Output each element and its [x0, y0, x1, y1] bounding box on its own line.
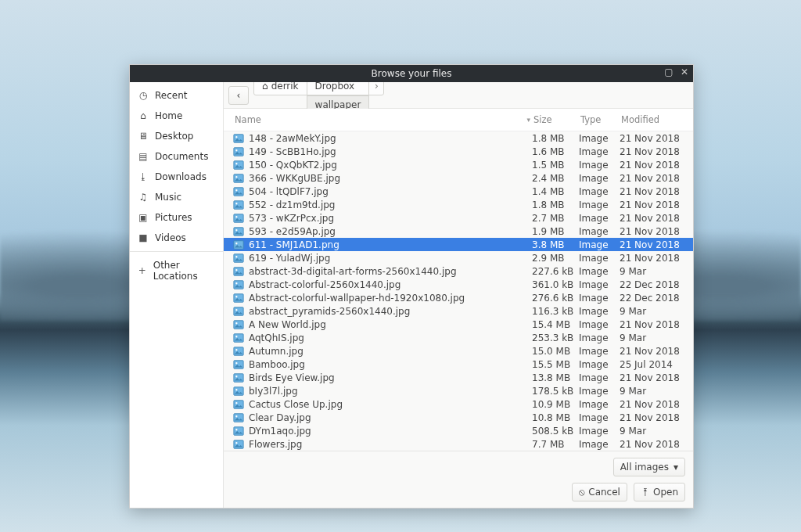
file-size: 7.7 MB: [532, 439, 579, 450]
svg-point-43: [235, 415, 237, 417]
sidebar: ◷Recent⌂Home🖥Desktop▤Documents⭳Downloads…: [130, 82, 224, 508]
file-row[interactable]: AqtQhIS.jpg253.3 kBImage9 Mar: [224, 331, 693, 344]
image-file-icon: [233, 186, 244, 197]
file-type: Image: [579, 160, 620, 171]
image-file-icon: [233, 213, 244, 224]
maximize-button[interactable]: ▢: [663, 66, 674, 77]
file-row[interactable]: 552 - dz1m9td.jpg1.8 MBImage21 Nov 2018: [224, 198, 693, 211]
file-size: 1.4 MB: [532, 186, 579, 197]
file-type-filter[interactable]: All images ▾: [613, 458, 685, 476]
sidebar-item-label: Pictures: [155, 212, 192, 223]
sidebar-item-pictures[interactable]: ▣Pictures: [130, 207, 223, 228]
header-type[interactable]: Type: [579, 111, 620, 128]
sidebar-item-recent[interactable]: ◷Recent: [130, 85, 223, 106]
file-row[interactable]: Abstract-colorful-2560x1440.jpg361.0 kBI…: [224, 278, 693, 291]
svg-point-47: [235, 442, 237, 444]
file-size: 1.8 MB: [532, 200, 579, 210]
download-icon: ⭳: [138, 171, 149, 182]
file-row[interactable]: Abstract-colorful-wallpaper-hd-1920x1080…: [224, 291, 693, 304]
file-modified: 21 Nov 2018: [620, 173, 685, 184]
file-row[interactable]: DYm1aqo.jpg508.5 kBImage9 Mar: [224, 424, 693, 437]
svg-rect-2: [234, 147, 243, 156]
file-row[interactable]: A New World.jpg15.4 MBImage21 Nov 2018: [224, 318, 693, 331]
file-row[interactable]: Birds Eye View.jpg13.8 MBImage21 Nov 201…: [224, 371, 693, 384]
file-type: Image: [579, 186, 620, 197]
file-row[interactable]: abstract-3d-digital-art-forms-2560x1440.…: [224, 264, 693, 278]
svg-rect-32: [234, 347, 243, 355]
path-toolbar: ‹ ⌂ derrik Dropboxwallpaper ›: [224, 82, 693, 109]
sidebar-item-label: Desktop: [155, 131, 194, 142]
file-row[interactable]: Clear Day.jpg10.8 MBImage21 Nov 2018: [224, 411, 693, 424]
header-modified[interactable]: Modified: [620, 111, 685, 128]
open-button[interactable]: ⭱ Open: [634, 483, 685, 501]
svg-rect-24: [234, 293, 243, 302]
svg-rect-4: [234, 160, 243, 169]
image-file-icon: [233, 439, 244, 450]
cancel-button[interactable]: ⦸ Cancel: [572, 483, 627, 501]
file-type: Image: [579, 279, 620, 290]
sidebar-item-documents[interactable]: ▤Documents: [130, 146, 223, 167]
svg-point-17: [235, 243, 237, 244]
image-file-icon: [233, 133, 244, 144]
titlebar[interactable]: Browse your files ▢ ✕: [130, 65, 693, 82]
file-row[interactable]: Bamboo.jpg15.5 MBImage25 Jul 2014: [224, 358, 693, 371]
image-file-icon: [233, 160, 244, 171]
file-row[interactable]: 150 - QxQbKT2.jpg1.5 MBImage21 Nov 2018: [224, 158, 693, 171]
file-size: 116.3 kB: [532, 306, 579, 317]
sidebar-item-desktop[interactable]: 🖥Desktop: [130, 126, 223, 146]
file-modified: 9 Mar: [620, 426, 685, 437]
sidebar-item-downloads[interactable]: ⭳Downloads: [130, 167, 223, 187]
file-row[interactable]: 148 - 2awMekY.jpg1.8 MBImage21 Nov 2018: [224, 131, 693, 145]
image-file-icon: [233, 226, 244, 237]
file-modified: 21 Nov 2018: [620, 213, 685, 224]
svg-rect-38: [234, 386, 243, 395]
file-name: 593 - e2d59Ap.jpg: [249, 226, 336, 237]
file-row[interactable]: Autumn.jpg15.0 MBImage21 Nov 2018: [224, 344, 693, 358]
header-size[interactable]: Size: [532, 111, 579, 128]
file-type: Image: [579, 213, 620, 224]
file-name: 573 - wKZrPcx.jpg: [249, 213, 334, 224]
svg-point-9: [235, 189, 237, 191]
file-type: Image: [579, 133, 620, 144]
svg-rect-12: [234, 214, 243, 222]
sidebar-item-home[interactable]: ⌂Home: [130, 106, 223, 126]
document-icon: ▤: [138, 151, 149, 162]
file-size: 15.4 MB: [532, 319, 579, 330]
svg-rect-16: [234, 240, 243, 249]
sidebar-item-music[interactable]: ♫Music: [130, 187, 223, 207]
header-name[interactable]: Name ▾: [233, 111, 532, 128]
close-button[interactable]: ✕: [679, 66, 690, 77]
svg-point-39: [235, 389, 237, 390]
svg-rect-18: [234, 253, 243, 262]
file-row[interactable]: 611 - SMJ1AD1.png3.8 MBImage21 Nov 2018: [224, 238, 693, 251]
file-size: 15.0 MB: [532, 346, 579, 357]
file-row[interactable]: abstract_pyramids-2560x1440.jpg116.3 kBI…: [224, 304, 693, 318]
sidebar-item-label: Documents: [155, 151, 208, 162]
file-row[interactable]: 504 - ltQDlF7.jpg1.4 MBImage21 Nov 2018: [224, 185, 693, 198]
sidebar-other-locations[interactable]: + Other Locations: [130, 255, 223, 286]
file-row[interactable]: bIy3l7l.jpg178.5 kBImage9 Mar: [224, 384, 693, 397]
file-size: 15.5 MB: [532, 359, 579, 370]
sidebar-item-videos[interactable]: ■Videos: [130, 228, 223, 248]
file-row[interactable]: 619 - YuladWj.jpg2.9 MBImage21 Nov 2018: [224, 251, 693, 264]
file-list[interactable]: Name ▾ Size Type Modified 148 - 2awMekY.…: [224, 109, 693, 451]
file-type: Image: [579, 266, 620, 277]
open-icon: ⭱: [641, 487, 650, 498]
back-button[interactable]: ‹: [228, 86, 249, 105]
file-name: Clear Day.jpg: [249, 412, 311, 423]
clock-icon: ◷: [138, 90, 149, 101]
file-size: 1.9 MB: [532, 226, 579, 237]
file-size: 508.5 kB: [532, 426, 579, 437]
file-modified: 21 Nov 2018: [620, 133, 685, 144]
file-size: 1.5 MB: [532, 160, 579, 171]
sort-caret-icon: ▾: [526, 116, 530, 124]
file-row[interactable]: 573 - wKZrPcx.jpg2.7 MBImage21 Nov 2018: [224, 211, 693, 225]
file-row[interactable]: Flowers.jpg7.7 MBImage21 Nov 2018: [224, 437, 693, 451]
file-row[interactable]: 593 - e2d59Ap.jpg1.9 MBImage21 Nov 2018: [224, 225, 693, 238]
file-row[interactable]: Cactus Close Up.jpg10.9 MBImage21 Nov 20…: [224, 397, 693, 411]
sidebar-separator: [130, 251, 223, 252]
file-row[interactable]: 149 - ScBB1Ho.jpg1.6 MBImage21 Nov 2018: [224, 145, 693, 158]
svg-point-41: [235, 402, 237, 404]
svg-point-33: [235, 349, 237, 350]
file-row[interactable]: 366 - WKKgUBE.jpg2.4 MBImage21 Nov 2018: [224, 171, 693, 185]
